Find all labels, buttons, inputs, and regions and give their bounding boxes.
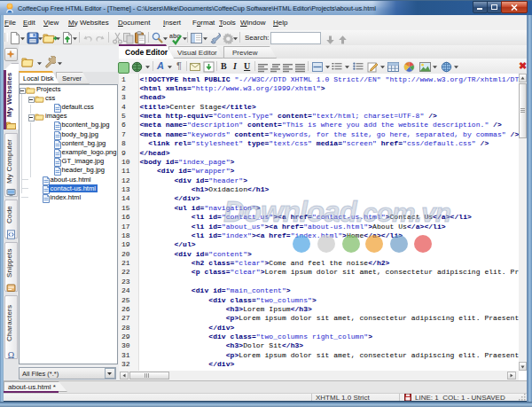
svg-text:Ω: Ω [8,350,14,360]
